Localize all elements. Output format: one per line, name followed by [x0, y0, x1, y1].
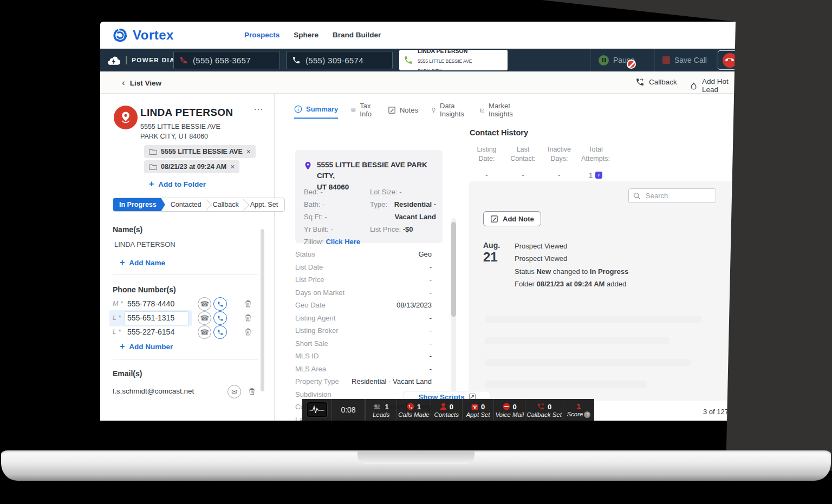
- record-pagination: 3 of 127: [703, 408, 729, 416]
- pause-icon: [599, 55, 609, 66]
- overflow-menu-icon[interactable]: ⋯: [253, 103, 264, 115]
- add-note-button[interactable]: Add Note: [483, 211, 541, 226]
- names-heading: Name(s): [113, 225, 142, 234]
- ghost-row: [485, 316, 701, 323]
- session-stats-bar: 0:08 1 Leads 1 Calls Made 0: [302, 399, 594, 421]
- call-phone-icon[interactable]: [213, 311, 227, 325]
- detail-label: MLS Area: [295, 363, 326, 376]
- nav-tab-brand-builder[interactable]: Brand Builder: [333, 31, 381, 39]
- vortex-brand[interactable]: Vortex: [112, 27, 174, 43]
- add-to-folder-button[interactable]: + Add to Folder: [149, 179, 206, 189]
- phone-busy-icon: [179, 56, 188, 64]
- nav-tab-prospects[interactable]: Prospects: [244, 31, 280, 39]
- add-hot-lead-label: Add Hot Lead: [702, 77, 739, 94]
- history-search[interactable]: [628, 188, 716, 203]
- tab-data-insights[interactable]: Data Insights: [431, 102, 467, 122]
- note-pencil-icon: [490, 215, 498, 223]
- stat-value: 1: [385, 403, 388, 411]
- dnc-phone-icon[interactable]: ☎: [198, 325, 211, 339]
- timeline-event-folder-added: Folder 08/21/23 at 09:24 AM added: [515, 280, 626, 288]
- detail-label: Listing Agent: [295, 312, 335, 325]
- detail-row: Property TypeResidential - Vacant Land: [295, 375, 432, 388]
- ekg-monitor-icon[interactable]: [307, 402, 327, 417]
- detail-label: Property Type: [295, 375, 339, 388]
- field-label: Sq Ft:: [304, 213, 323, 221]
- score-label: Score: [567, 411, 583, 417]
- call-phone-icon[interactable]: [213, 297, 227, 311]
- plus-icon: +: [120, 342, 125, 351]
- nav-tab-sphere[interactable]: Sphere: [294, 31, 318, 39]
- field-label: List Price:: [370, 225, 401, 233]
- stat-label: Callback Set: [526, 411, 562, 418]
- delete-email-icon[interactable]: [248, 387, 256, 396]
- tab-tax-info[interactable]: Tax Info: [351, 102, 375, 122]
- add-number-label: Add Number: [129, 343, 173, 351]
- brand-name: Vortex: [133, 28, 174, 43]
- active-call-card[interactable]: LINDA PETERSON 5555 LITTLE BESSIE AVE PA…: [399, 50, 508, 70]
- phone-icon: [292, 56, 301, 64]
- delete-phone-icon[interactable]: [244, 328, 252, 336]
- search-input[interactable]: [645, 191, 707, 200]
- cloud-lightning-icon: [107, 55, 121, 66]
- leads-icon: [373, 403, 382, 410]
- ghost-row: [485, 359, 691, 366]
- middle-panel-scrollbar-thumb[interactable]: [451, 222, 456, 317]
- callback-button[interactable]: Callback: [635, 77, 677, 87]
- call-phone-icon[interactable]: [213, 325, 227, 339]
- save-call-button[interactable]: Save Call: [654, 49, 717, 71]
- history-stat: TotalAttempts: 1i: [577, 145, 614, 180]
- callback-label: Callback: [649, 78, 677, 86]
- info-icon[interactable]: i: [595, 172, 602, 179]
- status-in-progress[interactable]: In Progress: [113, 198, 165, 212]
- property-panel: Summary Tax Info Notes Data Insights: [275, 94, 451, 421]
- zillow-link[interactable]: Click Here: [326, 238, 360, 246]
- remove-folder-icon[interactable]: ×: [230, 162, 235, 171]
- delete-phone-icon[interactable]: [244, 313, 252, 322]
- detail-row: StatusGeo: [295, 248, 432, 261]
- dnc-phone-icon[interactable]: ☎: [198, 297, 211, 311]
- phone-row: M * 555-778-4440 ☎: [113, 297, 262, 311]
- location-pin-icon: [303, 160, 313, 171]
- callback-set-icon: [537, 403, 545, 410]
- add-name-button[interactable]: + Add Name: [120, 258, 165, 267]
- delete-phone-icon[interactable]: [244, 299, 252, 308]
- field-value: -: [322, 200, 324, 208]
- send-email-icon[interactable]: ✉: [227, 385, 241, 398]
- question-icon[interactable]: ?: [584, 411, 590, 418]
- calls-made-icon: [407, 403, 414, 410]
- history-stat: LastContact: -: [505, 145, 541, 180]
- back-to-list-view[interactable]: ‹ List View: [122, 77, 161, 88]
- stat-label: Calls Made: [398, 411, 430, 418]
- add-hot-lead-button[interactable]: Add Hot Lead: [690, 77, 739, 94]
- flame-icon: [690, 81, 698, 90]
- history-stat: ListingDate: -: [469, 145, 505, 180]
- detail-value: -: [430, 324, 432, 337]
- stat-appt-set: 0 Appt Set: [462, 399, 493, 421]
- stat-value: 0: [548, 403, 551, 411]
- timeline-event-status-change: Status New changed to In Progress: [515, 267, 628, 276]
- database-icon: [351, 106, 356, 114]
- tab-summary[interactable]: Summary: [294, 105, 338, 119]
- event-text: Status: [515, 267, 536, 276]
- detail-label: Status: [295, 248, 315, 261]
- left-panel-scrollbar[interactable]: [261, 229, 264, 391]
- folder-chip[interactable]: 08/21/23 at 09:24 AM ×: [144, 160, 239, 173]
- tab-notes[interactable]: Notes: [388, 106, 418, 119]
- detail-label: Geo Date: [295, 299, 326, 312]
- dialer-line-2[interactable]: (555) 309-6574: [286, 51, 393, 69]
- remove-folder-icon[interactable]: ×: [246, 147, 251, 156]
- stat-label: Score?: [567, 411, 590, 418]
- add-number-button[interactable]: + Add Number: [120, 342, 173, 351]
- contact-avatar: [114, 106, 138, 129]
- detail-label: MLS ID: [295, 350, 318, 363]
- folder-chip[interactable]: 5555 LITTLE BESSIE AVE ×: [144, 145, 256, 158]
- detail-row: MLS Area-: [295, 363, 432, 376]
- contact-address: 5555 LITTLE BESSIE AVE PARK CITY, UT 840…: [140, 122, 220, 141]
- vortex-logo-icon: [112, 27, 128, 43]
- back-label: List View: [130, 79, 161, 87]
- email-row: l.s.schmidt@comcast.net ✉: [113, 385, 262, 399]
- dialer-line-1[interactable]: (555) 658-3657: [173, 51, 280, 69]
- dnc-phone-icon[interactable]: ☎: [198, 311, 211, 325]
- pause-button[interactable]: Pause: [590, 49, 653, 71]
- folder-chip-label: 08/21/23 at 09:24 AM: [161, 163, 226, 171]
